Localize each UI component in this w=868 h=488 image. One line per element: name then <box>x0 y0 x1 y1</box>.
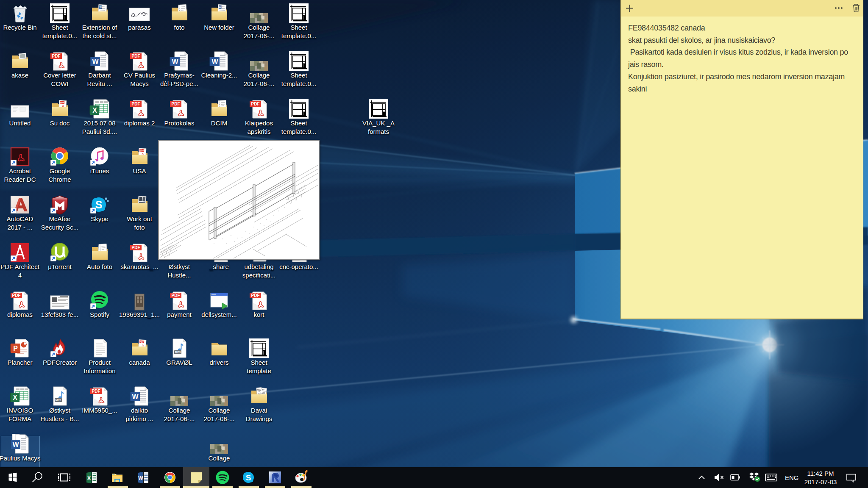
svg-text:W: W <box>138 475 143 481</box>
svg-text:S: S <box>246 473 251 482</box>
svg-text:X: X <box>87 475 91 481</box>
